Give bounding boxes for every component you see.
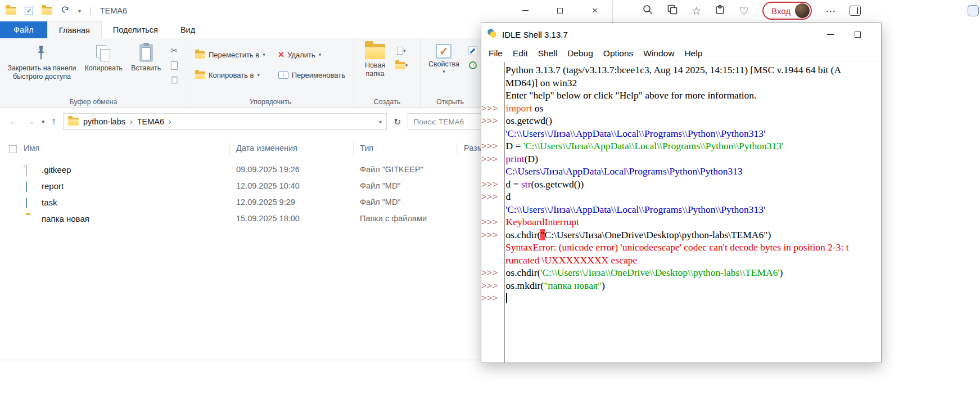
copy-path-button[interactable] (168, 60, 181, 71)
signin-button[interactable]: Вход (762, 2, 812, 20)
shell-line-text: d (502, 190, 511, 203)
refresh-icon[interactable]: ↻ (394, 117, 401, 127)
paste-button[interactable]: Вставить (127, 42, 165, 75)
shell-line: SyntaxError: (unicode error) 'unicodeesc… (481, 241, 881, 254)
shell-line: Python 3.13.7 (tags/v3.13.7:bcee1c3, Aug… (481, 64, 881, 77)
chevron-right-icon[interactable]: › (169, 117, 171, 126)
tab-file[interactable]: Файл (0, 21, 47, 38)
shell-gutter (481, 165, 501, 178)
paste-icon (139, 44, 153, 62)
extensions-icon[interactable] (715, 4, 726, 17)
explorer-titlebar: ✓ ▾ | ТЕМА6 × (0, 0, 612, 21)
rename-icon (278, 71, 288, 79)
search-icon[interactable] (642, 4, 653, 17)
column-header-date[interactable]: Дата изменения (236, 144, 297, 153)
copy-label: Копировать (85, 64, 123, 73)
collections-icon[interactable] (667, 4, 678, 17)
back-icon[interactable]: ← (9, 116, 19, 127)
copy-to-label: Копировать в (209, 71, 254, 79)
md-icon (26, 198, 27, 208)
shell-prompt: >>> (481, 102, 502, 115)
column-divider[interactable] (229, 142, 230, 155)
minimize-button[interactable] (508, 0, 543, 21)
menu-window[interactable]: Window (638, 48, 679, 59)
shell-line-text: KeyboardInterrupt (502, 216, 579, 229)
menu-options[interactable]: Options (598, 48, 638, 59)
shell[interactable]: Python 3.13.7 (tags/v3.13.7:bcee1c3, Aug… (481, 62, 881, 363)
recent-locations-caret-icon[interactable]: ▾ (42, 118, 45, 126)
maximize-button[interactable] (543, 0, 577, 21)
close-button[interactable]: × (577, 0, 612, 21)
customize-toolbar-caret-icon[interactable]: ▾ (78, 8, 81, 14)
file-name: report (42, 181, 64, 191)
open-small-buttons (464, 42, 482, 74)
column-header-name[interactable]: Имя (24, 144, 39, 153)
shell-prompt: >>> (481, 178, 502, 191)
shell-line-text: SyntaxError: (unicode error) 'unicodeesc… (501, 241, 849, 254)
rename-button[interactable]: Переименовать (278, 68, 346, 82)
browser-essentials-icon[interactable]: ♡ (739, 6, 749, 16)
menu-edit[interactable]: Edit (508, 48, 533, 59)
forward-icon[interactable]: → (25, 116, 35, 127)
redo-icon[interactable] (61, 5, 70, 16)
menu-help[interactable]: Help (679, 48, 707, 59)
favorites-star-icon[interactable]: ☆ (692, 6, 701, 16)
new-folder-quick-icon[interactable] (42, 7, 52, 15)
menu-shell[interactable]: Shell (533, 48, 562, 59)
profile-avatar[interactable] (795, 3, 810, 18)
idle-maximize-button[interactable] (844, 23, 871, 46)
column-divider[interactable] (353, 142, 354, 155)
column-header-type[interactable]: Тип (360, 144, 373, 153)
delete-button[interactable]: × Удалить ▾ (278, 47, 346, 62)
shell-prompt: >>> (481, 140, 502, 153)
clipboard-small-buttons: ✂ (165, 42, 183, 89)
address-caret-icon[interactable]: ▾ (379, 119, 382, 125)
copy-to-icon (195, 71, 205, 79)
select-all-checkbox[interactable] (9, 145, 17, 153)
column-divider[interactable] (457, 142, 457, 155)
delete-icon: × (278, 50, 284, 60)
up-icon[interactable]: ↑ (52, 116, 57, 127)
breadcrumb-segment[interactable]: ТЕМА6 (137, 117, 164, 126)
tab-view[interactable]: Вид (169, 21, 206, 38)
properties-quick-icon[interactable]: ✓ (25, 7, 33, 15)
properties-button[interactable]: ✓ Свойства ▾ (424, 42, 464, 77)
shell-line-text: C:\Users\Лиза\AppData\Local\Programs\Pyt… (501, 165, 743, 178)
address-box[interactable]: python-labs›ТЕМА6› ▾ (63, 113, 387, 130)
copy-button[interactable]: Копировать (80, 42, 127, 75)
breadcrumb-segment[interactable]: python-labs (83, 117, 125, 126)
shell-line-text: Python 3.13.7 (tags/v3.13.7:bcee1c3, Aug… (501, 64, 841, 77)
move-to-button[interactable]: Переместить в ▾ (195, 47, 266, 62)
new-item-button[interactable]: ▾ (395, 45, 408, 56)
new-folder-label-line2: папка (365, 70, 384, 78)
paste-label: Вставить (131, 64, 161, 73)
new-item-icon (397, 47, 403, 55)
sidebar-icon[interactable] (850, 6, 861, 16)
history-button[interactable] (466, 60, 480, 71)
copy-to-caret-icon: ▾ (258, 72, 260, 78)
group-label-new: Создать (354, 98, 420, 106)
new-folder-button[interactable]: Новая папка (358, 42, 392, 80)
chevron-right-icon[interactable]: › (130, 117, 133, 126)
more-options-icon[interactable]: ⋯ (825, 6, 836, 16)
paste-shortcut-button[interactable] (168, 74, 181, 86)
idle-titlebar: IDLE Shell 3.13.7 (481, 23, 881, 46)
tab-share[interactable]: Поделиться (102, 21, 169, 38)
sidebar-toggle-icon[interactable] (968, 5, 979, 16)
copy-to-button[interactable]: Копировать в ▾ (195, 68, 266, 82)
shell-prompt: >>> (481, 153, 502, 166)
quick-access-toolbar: ✓ ▾ | ТЕМА6 (6, 0, 127, 21)
shell-gutter (481, 77, 501, 90)
tab-home[interactable]: Главная (47, 21, 102, 38)
menu-debug[interactable]: Debug (562, 48, 598, 59)
cut-button[interactable]: ✂ (168, 45, 181, 56)
pin-to-quick-access-button[interactable]: Закрепить на панели быстрого доступа (3, 42, 80, 83)
edit-button[interactable] (466, 45, 480, 56)
file-date: 09.09.2025 19:26 (236, 165, 300, 174)
shell-line-text: D = 'C:\\Users\\Лиза\\AppData\\Local\\Pr… (502, 140, 783, 153)
menu-file[interactable]: File (484, 48, 508, 59)
easy-access-button[interactable]: ▾ (395, 60, 408, 71)
file-name: task (42, 198, 57, 207)
move-to-icon (195, 51, 205, 59)
idle-minimize-button[interactable] (817, 23, 844, 46)
